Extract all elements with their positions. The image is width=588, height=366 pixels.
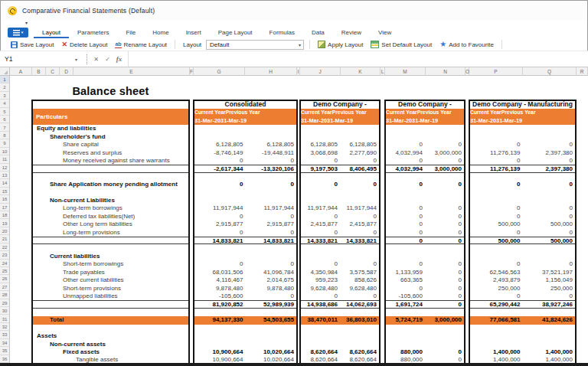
ribbon-tab-file[interactable]: File xyxy=(117,29,144,38)
value-row-28[interactable]: 00 xyxy=(301,292,379,300)
value-row-35[interactable]: 10,900,66410,020,664 xyxy=(194,348,296,356)
cell-value[interactable]: 14,938,686 xyxy=(301,301,340,307)
cell-value[interactable]: -13,320,106 xyxy=(246,165,297,172)
value-row-24[interactable]: 00 xyxy=(386,260,464,268)
cell-value[interactable]: 0 xyxy=(470,157,523,165)
row-header-12[interactable]: 12 xyxy=(0,164,9,172)
value-row-31[interactable]: 38,470,01136,803,010 xyxy=(301,316,379,324)
value-row-26[interactable]: 663,3650 xyxy=(386,276,464,284)
cell-value[interactable]: 2,915,877 xyxy=(246,221,297,228)
column-header-j[interactable]: J xyxy=(300,67,341,76)
cell-value[interactable]: 250,000 xyxy=(523,285,576,292)
row-header-28[interactable]: 28 xyxy=(0,291,9,299)
row-label-other-current-liabilities[interactable]: Other current liabilities xyxy=(33,276,188,284)
cell-value[interactable]: 0 xyxy=(425,181,464,188)
cell-value[interactable]: 2,277,690 xyxy=(340,149,379,157)
value-row-20[interactable]: 00 xyxy=(194,229,296,237)
cell-value[interactable]: 0 xyxy=(301,213,340,221)
ribbon-tab-review[interactable]: Review xyxy=(333,29,370,38)
value-row-21[interactable]: 14,833,82114,833,821 xyxy=(194,237,296,244)
cell-value[interactable]: 0 xyxy=(340,157,379,165)
quick-access-arrow-icon[interactable]: ▾ xyxy=(25,21,28,25)
column-header-g[interactable]: G xyxy=(194,67,245,76)
year-dates[interactable]: 31-Mar-2031-Mar-19 xyxy=(386,117,464,125)
cell-value[interactable]: 0 xyxy=(425,292,464,300)
ribbon-tab-view[interactable]: View xyxy=(370,29,400,38)
cell-value[interactable]: 54,503,655 xyxy=(246,316,297,324)
group-header-consolidated[interactable]: Consolidated xyxy=(194,101,296,109)
row-label-current-liabilities[interactable]: Current liabilities xyxy=(33,253,188,260)
cell-value[interactable]: 0 xyxy=(470,229,523,237)
sheet-area[interactable]: Balance sheet ParticularsEquity and liab… xyxy=(10,76,588,366)
value-row-19[interactable]: 500,000500,000 xyxy=(470,221,575,228)
cell-value[interactable]: 0 xyxy=(470,204,523,212)
cell-value[interactable]: 11,917,944 xyxy=(340,204,379,212)
cell-value[interactable]: 52,989,939 xyxy=(246,301,297,307)
cell-value[interactable]: 0 xyxy=(386,204,425,212)
row-header-1[interactable]: 1 xyxy=(0,76,9,83)
cell-value[interactable]: 0 xyxy=(523,292,576,300)
row-header-17[interactable]: 17 xyxy=(0,204,9,211)
cell-value[interactable]: 37,521,197 xyxy=(523,269,576,276)
row-header-2[interactable]: 2 xyxy=(0,83,9,91)
value-row-27[interactable]: 00 xyxy=(386,285,464,292)
row-label-short-term-borrowings[interactable]: Short-term borrowings xyxy=(33,260,188,268)
cell-value[interactable]: 9,628,480 xyxy=(301,285,340,292)
value-row-35[interactable]: 880,0000 xyxy=(386,348,464,356)
value-row-24[interactable]: 00 xyxy=(470,260,575,268)
value-row-10[interactable]: 3,068,6982,277,690 xyxy=(301,149,379,157)
value-row-31[interactable]: 94,137,33054,503,655 xyxy=(194,316,296,324)
formula-input[interactable] xyxy=(128,51,588,67)
column-header-q[interactable]: Q xyxy=(523,67,577,76)
cell-value[interactable]: 0 xyxy=(246,292,297,300)
column-header-r[interactable]: R xyxy=(577,67,588,76)
value-row-9[interactable]: 6,128,8056,128,805 xyxy=(301,141,379,149)
row-header-9[interactable]: 9 xyxy=(0,139,9,147)
cell-value[interactable]: 0 xyxy=(246,213,297,221)
cell-value[interactable]: 0 xyxy=(425,348,464,356)
cell-value[interactable]: 500,000 xyxy=(470,237,523,243)
cell-value[interactable]: 4,032,994 xyxy=(386,165,425,172)
row-label-equity-and-liabilities[interactable]: Equity and liabilities xyxy=(33,125,188,132)
row-header-20[interactable]: 20 xyxy=(0,227,9,235)
cell-value[interactable]: 0 xyxy=(340,213,379,221)
cell-value[interactable]: 68,031,506 xyxy=(194,269,246,276)
cell-value[interactable]: 0 xyxy=(470,213,523,221)
column-header-k[interactable]: K xyxy=(341,67,381,76)
value-row-25[interactable]: 68,031,50641,096,784 xyxy=(194,269,296,276)
value-row-20[interactable]: 00 xyxy=(386,229,464,237)
cell-value[interactable]: 0 xyxy=(340,260,379,268)
cell-value[interactable]: -105,600 xyxy=(386,292,425,300)
row-label-deferred-tax-liabilities-net[interactable]: Deferred tax liabilities(Net) xyxy=(33,213,188,221)
row-header-36[interactable]: 36 xyxy=(0,355,9,363)
cell-value[interactable]: 41,096,784 xyxy=(246,269,297,276)
value-row-27[interactable]: 9,628,4809,628,480 xyxy=(301,285,379,292)
value-row-35[interactable]: 1,400,0001,400,000 xyxy=(470,348,575,356)
column-header-h[interactable]: H xyxy=(245,67,297,76)
group-header-demo-company-service[interactable]: Demo Company - Service xyxy=(301,101,379,109)
value-row-11[interactable]: 00 xyxy=(301,157,379,165)
cell-value[interactable]: 0 xyxy=(386,221,425,228)
value-row-20[interactable]: 00 xyxy=(470,229,575,237)
cell-value[interactable]: 1,156,049 xyxy=(523,276,576,284)
add-to-favourite-button[interactable]: Add to Favourite xyxy=(437,41,496,48)
cell-value[interactable]: 0 xyxy=(523,141,576,149)
column-header-e[interactable]: E xyxy=(74,67,190,76)
value-row-12[interactable]: -2,617,344-13,320,106 xyxy=(194,165,296,172)
cell-value[interactable]: 0 xyxy=(523,204,576,212)
row-header-30[interactable]: 30 xyxy=(0,307,9,315)
column-header-n[interactable]: N xyxy=(426,67,466,76)
cell-value[interactable]: 10,020,664 xyxy=(246,348,297,356)
value-row-35[interactable]: 8,620,6648,620,664 xyxy=(301,348,379,356)
row-label-reserves-and-surplus[interactable]: Reserves and surplus xyxy=(33,149,188,157)
value-row-12[interactable]: 9,197,5038,406,495 xyxy=(301,165,379,172)
year-labels[interactable]: Current YearPrevious Year xyxy=(470,109,575,116)
cell-value[interactable]: 500,000 xyxy=(470,221,523,228)
cell-value[interactable]: 0 xyxy=(246,181,297,188)
cell-value[interactable]: 0 xyxy=(425,285,464,292)
cell-value[interactable]: 0 xyxy=(470,292,523,300)
column-header-c[interactable]: C xyxy=(46,67,60,76)
value-row-14[interactable]: 00 xyxy=(301,181,379,188)
cell-value[interactable]: 0 xyxy=(523,260,576,268)
cell-value[interactable]: 0 xyxy=(425,157,464,165)
